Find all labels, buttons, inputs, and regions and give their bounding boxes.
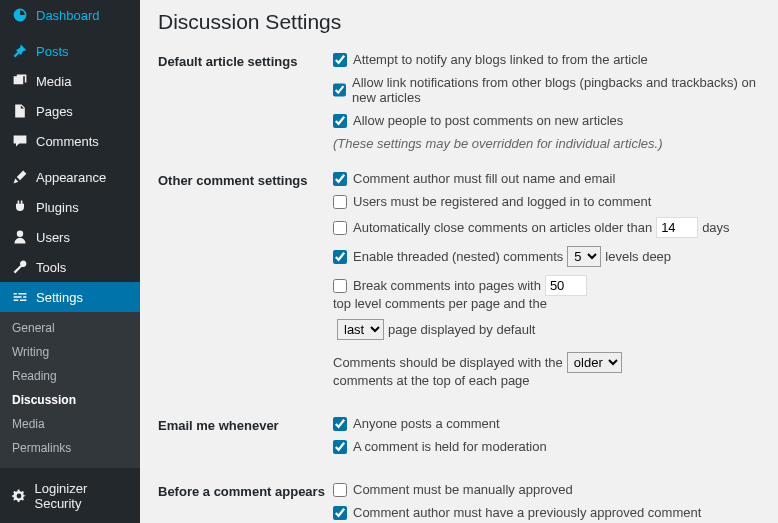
section-email-label: Email me whenever — [158, 416, 333, 433]
sidebar-item-tools[interactable]: Tools — [0, 252, 140, 282]
user-icon — [10, 229, 30, 245]
wrench-icon — [10, 259, 30, 275]
media-icon — [10, 73, 30, 89]
other-threaded-suffix: levels deep — [605, 249, 671, 264]
submenu-reading[interactable]: Reading — [0, 364, 140, 388]
sidebar-item-comments[interactable]: Comments — [0, 126, 140, 156]
email-moderation-checkbox[interactable] — [333, 440, 347, 454]
settings-submenu: General Writing Reading Discussion Media… — [0, 312, 140, 468]
before-manual-label[interactable]: Comment must be manually approved — [333, 482, 573, 497]
email-anyone-label[interactable]: Anyone posts a comment — [333, 416, 500, 431]
before-manual-checkbox[interactable] — [333, 483, 347, 497]
other-threaded-levels-select[interactable]: 5 — [567, 246, 601, 267]
other-order-suffix: comments at the top of each page — [333, 373, 530, 388]
sidebar-item-label: Appearance — [36, 170, 106, 185]
sidebar-item-label: Pages — [36, 104, 73, 119]
submenu-general[interactable]: General — [0, 316, 140, 340]
sidebar-item-label: Posts — [36, 44, 69, 59]
other-order-prefix: Comments should be displayed with the — [333, 355, 563, 370]
comment-icon — [10, 133, 30, 149]
sidebar-item-settings[interactable]: Settings — [0, 282, 140, 312]
other-paginate-suffix2: page displayed by default — [388, 322, 535, 337]
section-default-article-label: Default article settings — [158, 52, 333, 69]
submenu-permalinks[interactable]: Permalinks — [0, 436, 140, 460]
other-autoclose-days-input[interactable] — [656, 217, 698, 238]
other-threaded-checkbox[interactable] — [333, 250, 347, 264]
other-autoclose-days-label: days — [702, 220, 729, 235]
sidebar-item-label: Users — [36, 230, 70, 245]
sidebar-item-label: Comments — [36, 134, 99, 149]
submenu-discussion[interactable]: Discussion — [0, 388, 140, 412]
email-anyone-checkbox[interactable] — [333, 417, 347, 431]
page-icon — [10, 103, 30, 119]
pin-icon — [10, 43, 30, 59]
sidebar-item-media[interactable]: Media — [0, 66, 140, 96]
sidebar: Dashboard Posts Media Pages Comments App… — [0, 0, 140, 523]
other-paginate-label[interactable]: Break comments into pages with — [333, 278, 541, 293]
sidebar-item-label: Settings — [36, 290, 83, 305]
sidebar-item-label: Plugins — [36, 200, 79, 215]
page-title: Discussion Settings — [158, 10, 760, 34]
default-notify-label[interactable]: Attempt to notify any blogs linked to fr… — [333, 52, 648, 67]
sidebar-item-label: Loginizer Security — [34, 481, 130, 511]
other-autoclose-checkbox[interactable] — [333, 221, 347, 235]
sidebar-item-dashboard[interactable]: Dashboard — [0, 0, 140, 30]
sidebar-item-plugins[interactable]: Plugins — [0, 192, 140, 222]
sidebar-item-label: Media — [36, 74, 71, 89]
sliders-icon — [10, 289, 30, 305]
sidebar-item-appearance[interactable]: Appearance — [0, 162, 140, 192]
before-prev-approved-checkbox[interactable] — [333, 506, 347, 520]
submenu-writing[interactable]: Writing — [0, 340, 140, 364]
main-content: Discussion Settings Default article sett… — [140, 0, 778, 523]
before-prev-approved-label[interactable]: Comment author must have a previously ap… — [333, 505, 701, 520]
section-before-label: Before a comment appears — [158, 482, 333, 499]
default-article-note: (These settings may be overridden for in… — [333, 136, 760, 151]
other-order-select[interactable]: older — [567, 352, 622, 373]
gear-icon — [10, 488, 28, 504]
email-moderation-label[interactable]: A comment is held for moderation — [333, 439, 547, 454]
other-paginate-checkbox[interactable] — [333, 279, 347, 293]
sidebar-item-posts[interactable]: Posts — [0, 36, 140, 66]
sidebar-item-label: Tools — [36, 260, 66, 275]
other-paginate-page-select[interactable]: last — [337, 319, 384, 340]
default-comments-checkbox[interactable] — [333, 114, 347, 128]
other-registered-label[interactable]: Users must be registered and logged in t… — [333, 194, 651, 209]
other-paginate-suffix1: top level comments per page and the — [333, 296, 547, 311]
default-pingback-label[interactable]: Allow link notifications from other blog… — [333, 75, 760, 105]
sidebar-item-users[interactable]: Users — [0, 222, 140, 252]
default-pingback-checkbox[interactable] — [333, 83, 346, 97]
dashboard-icon — [10, 7, 30, 23]
other-threaded-label[interactable]: Enable threaded (nested) comments — [333, 249, 563, 264]
section-other-label: Other comment settings — [158, 171, 333, 188]
default-comments-label[interactable]: Allow people to post comments on new art… — [333, 113, 623, 128]
other-require-name-checkbox[interactable] — [333, 172, 347, 186]
other-registered-checkbox[interactable] — [333, 195, 347, 209]
sidebar-item-pages[interactable]: Pages — [0, 96, 140, 126]
other-autoclose-label[interactable]: Automatically close comments on articles… — [333, 220, 652, 235]
submenu-media[interactable]: Media — [0, 412, 140, 436]
sidebar-item-label: Dashboard — [36, 8, 100, 23]
brush-icon — [10, 169, 30, 185]
other-require-name-label[interactable]: Comment author must fill out name and em… — [333, 171, 615, 186]
plug-icon — [10, 199, 30, 215]
sidebar-item-loginizer[interactable]: Loginizer Security — [0, 474, 140, 518]
default-notify-checkbox[interactable] — [333, 53, 347, 67]
collapse-menu[interactable]: Collapse menu — [0, 518, 140, 523]
other-paginate-count-input[interactable] — [545, 275, 587, 296]
